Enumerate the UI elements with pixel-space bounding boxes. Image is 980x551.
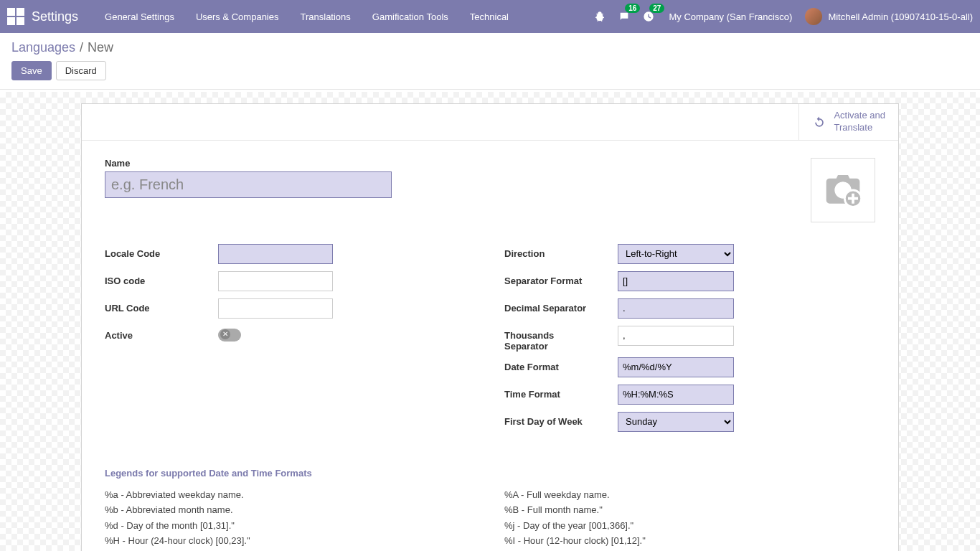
debug-icon[interactable]	[593, 9, 607, 24]
right-column: Direction Left-to-Right Separator Format	[504, 244, 875, 439]
refresh-icon	[812, 115, 826, 129]
legend-d: %d - Day of the month [01,31]."	[105, 518, 476, 533]
legend-M: %M - Minute [00,59]."	[105, 549, 476, 551]
legend-b: %b - Abbreviated month name.	[105, 502, 476, 517]
name-input[interactable]	[105, 171, 392, 198]
button-box: Activate and Translate	[82, 104, 898, 141]
legends-right: %A - Full weekday name. %B - Full month …	[504, 487, 875, 551]
app-brand[interactable]: Settings	[32, 9, 78, 24]
breadcrumb-current: New	[88, 40, 113, 55]
avatar	[805, 8, 822, 25]
breadcrumb: Languages / New	[11, 40, 969, 55]
separator-format-label: Separator Format	[504, 271, 618, 286]
flag-image-upload[interactable]	[811, 158, 875, 222]
separator-format-input[interactable]	[618, 271, 734, 291]
decimal-separator-label: Decimal Separator	[504, 298, 618, 314]
save-button[interactable]: Save	[11, 61, 52, 80]
legend-B: %B - Full month name."	[504, 502, 875, 517]
url-code-input[interactable]	[218, 298, 333, 319]
date-format-input[interactable]	[618, 357, 734, 377]
breadcrumb-sep: /	[80, 40, 83, 55]
legends-left: %a - Abbreviated weekday name. %b - Abbr…	[105, 487, 476, 551]
activate-translate-line1: Activate and	[834, 110, 885, 122]
active-label: Active	[105, 326, 218, 341]
iso-code-input[interactable]	[218, 271, 333, 291]
legend-j: %j - Day of the year [001,366]."	[504, 518, 875, 533]
direction-label: Direction	[504, 244, 618, 259]
form-view-scroll[interactable]: Activate and Translate Name	[0, 92, 980, 551]
locale-code-label: Locale Code	[105, 244, 218, 259]
first-day-label: First Day of Week	[504, 412, 618, 427]
apps-icon[interactable]	[7, 8, 24, 25]
url-code-label: URL Code	[105, 298, 218, 314]
legend-A: %A - Full weekday name.	[504, 487, 875, 502]
nav-translations[interactable]: Translations	[290, 1, 362, 32]
time-format-input[interactable]	[618, 385, 734, 405]
control-panel: Languages / New Save Discard	[0, 33, 980, 90]
name-label: Name	[105, 158, 796, 169]
nav-gamification-tools[interactable]: Gamification Tools	[362, 1, 459, 32]
nav-general-settings[interactable]: General Settings	[94, 1, 185, 32]
camera-plus-icon	[823, 170, 863, 210]
messages-icon[interactable]: 16	[617, 9, 631, 24]
first-day-select[interactable]: Sunday	[618, 412, 734, 432]
nav-users-companies[interactable]: Users & Companies	[185, 1, 290, 32]
legend-H: %H - Hour (24-hour clock) [00,23]."	[105, 533, 476, 548]
nav-technical[interactable]: Technical	[459, 1, 519, 32]
company-switcher[interactable]: My Company (San Francisco)	[666, 11, 795, 22]
thousands-separator-label: Thousands Separator	[504, 326, 618, 352]
decimal-separator-input[interactable]	[618, 298, 734, 319]
activities-icon[interactable]: 27	[641, 9, 656, 24]
user-name: Mitchell Admin (10907410-15-0-all)	[828, 11, 973, 22]
legend-I: %I - Hour (12-hour clock) [01,12]."	[504, 533, 875, 548]
legend-p: %p - Equivalent of either AM or PM."	[504, 549, 875, 551]
activities-badge: 27	[649, 4, 664, 13]
activate-translate-button[interactable]: Activate and Translate	[798, 104, 898, 140]
main-navbar: Settings General Settings Users & Compan…	[0, 0, 980, 33]
discard-button[interactable]: Discard	[56, 61, 106, 80]
left-column: Locale Code ISO code URL Code Activ	[105, 244, 476, 439]
legend-a: %a - Abbreviated weekday name.	[105, 487, 476, 502]
breadcrumb-root[interactable]: Languages	[11, 40, 75, 55]
user-menu[interactable]: Mitchell Admin (10907410-15-0-all)	[805, 8, 973, 25]
direction-select[interactable]: Left-to-Right	[618, 244, 734, 264]
nav-menu: General Settings Users & Companies Trans…	[94, 1, 519, 32]
form-sheet: Activate and Translate Name	[81, 103, 899, 551]
locale-code-input[interactable]	[218, 244, 333, 264]
iso-code-label: ISO code	[105, 271, 218, 286]
thousands-separator-input[interactable]	[618, 326, 734, 346]
messages-badge: 16	[625, 4, 640, 13]
activate-translate-line2: Translate	[834, 122, 885, 134]
legends-title: Legends for supported Date and Time Form…	[105, 468, 875, 479]
time-format-label: Time Format	[504, 385, 618, 400]
legends-section: Legends for supported Date and Time Form…	[105, 468, 875, 551]
date-format-label: Date Format	[504, 357, 618, 372]
active-toggle[interactable]	[218, 329, 241, 342]
